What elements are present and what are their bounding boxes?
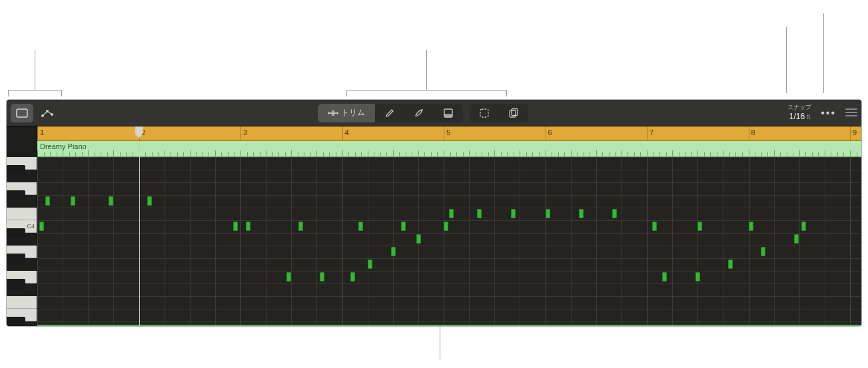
region-outline — [37, 325, 861, 326]
callout-more — [823, 13, 824, 93]
svg-rect-5 — [444, 114, 452, 117]
bar-marker[interactable]: 6 — [546, 126, 552, 140]
sidebar-toggle-button[interactable] — [845, 108, 857, 118]
view-automation-button[interactable] — [36, 104, 59, 122]
callout-view-toggle — [8, 90, 61, 91]
midi-note[interactable] — [71, 196, 75, 206]
midi-note[interactable] — [109, 196, 113, 206]
midi-note[interactable] — [298, 222, 303, 231]
midi-note[interactable] — [320, 272, 324, 281]
midi-note[interactable] — [695, 272, 700, 281]
brush-tool-button[interactable] — [404, 104, 434, 122]
view-notes-button[interactable] — [11, 104, 33, 122]
bar-marker[interactable]: 9 — [850, 126, 857, 140]
callout-snap — [786, 27, 787, 93]
midi-note[interactable] — [233, 222, 238, 231]
callout-tools — [346, 90, 506, 91]
note-grid[interactable] — [37, 157, 861, 326]
snap-label: スナップ — [787, 104, 811, 110]
bar-marker[interactable]: 3 — [240, 126, 247, 140]
midi-note[interactable] — [749, 222, 753, 231]
bar-marker[interactable]: 8 — [749, 126, 755, 140]
editor-toolbar: トリム — [7, 100, 861, 126]
region-strip[interactable]: Dreamy Piano — [37, 141, 861, 157]
c4-label: C4 — [27, 223, 35, 230]
svg-rect-8 — [512, 108, 518, 115]
svg-rect-7 — [510, 110, 516, 117]
midi-note[interactable] — [728, 260, 733, 269]
midi-note[interactable] — [246, 222, 250, 231]
bar-marker[interactable]: 7 — [647, 126, 653, 140]
midi-note[interactable] — [449, 209, 454, 218]
piano-keyboard[interactable]: C4 — [7, 126, 37, 326]
pencil-tool-button[interactable] — [375, 104, 404, 122]
midi-note[interactable] — [401, 222, 406, 231]
select-tool-button[interactable] — [470, 104, 499, 122]
snap-value: 1/16 — [789, 112, 805, 121]
midi-note[interactable] — [579, 209, 584, 218]
editor-body: C4 123456789 Dreamy Piano — [7, 126, 861, 326]
action-group — [470, 104, 528, 122]
more-menu-button[interactable]: ••• — [821, 107, 836, 119]
midi-note[interactable] — [45, 196, 50, 206]
midi-note[interactable] — [511, 209, 516, 218]
midi-note[interactable] — [350, 272, 355, 281]
midi-note[interactable] — [612, 209, 617, 218]
svg-rect-6 — [480, 109, 488, 117]
midi-note[interactable] — [652, 222, 657, 231]
velocity-tool-button[interactable] — [434, 104, 463, 122]
midi-note[interactable] — [286, 272, 291, 281]
midi-note[interactable] — [444, 222, 448, 231]
midi-note[interactable] — [801, 222, 806, 231]
midi-note[interactable] — [391, 247, 396, 256]
piano-roll-editor: トリム — [7, 100, 861, 326]
snap-selector[interactable]: スナップ 1/16⇅ — [787, 104, 811, 121]
midi-note[interactable] — [416, 234, 421, 244]
trim-tool-button[interactable]: トリム — [318, 104, 375, 122]
midi-note[interactable] — [761, 247, 765, 256]
callout-grid — [440, 326, 440, 359]
svg-rect-0 — [17, 109, 27, 117]
bar-marker[interactable]: 1 — [37, 126, 44, 140]
midi-note[interactable] — [39, 222, 44, 231]
midi-note[interactable] — [662, 272, 667, 281]
playhead[interactable] — [139, 141, 140, 326]
bar-marker[interactable]: 5 — [444, 126, 450, 140]
bar-marker[interactable]: 4 — [342, 126, 349, 140]
midi-note[interactable] — [697, 222, 702, 231]
bar-ruler[interactable]: 123456789 — [37, 126, 861, 141]
midi-note[interactable] — [358, 222, 363, 231]
midi-note[interactable] — [794, 234, 799, 244]
midi-note[interactable] — [147, 196, 152, 206]
midi-note[interactable] — [546, 209, 550, 218]
track-area[interactable]: 123456789 Dreamy Piano — [37, 126, 861, 326]
edit-tool-group: トリム — [318, 104, 463, 122]
midi-note[interactable] — [368, 260, 372, 269]
midi-note[interactable] — [477, 209, 482, 218]
chevron-updown-icon: ⇅ — [806, 114, 811, 120]
trim-label: トリム — [341, 107, 365, 118]
copy-button[interactable] — [499, 104, 528, 122]
